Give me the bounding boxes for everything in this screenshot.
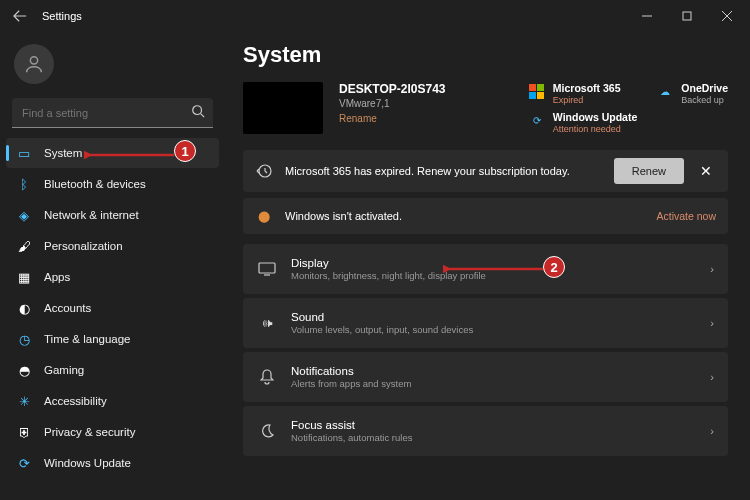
svg-rect-9 xyxy=(259,263,275,273)
chevron-right-icon: › xyxy=(710,263,714,275)
sound-icon: 🕪 xyxy=(257,317,277,329)
search-icon xyxy=(191,104,205,120)
search-input[interactable] xyxy=(12,98,213,128)
device-thumbnail xyxy=(243,82,323,134)
sidebar-item-update[interactable]: ⟳Windows Update xyxy=(6,448,219,478)
activation-banner: ⬤ Windows isn't activated. Activate now xyxy=(243,198,728,234)
annotation-marker-1: 1 xyxy=(174,140,196,162)
device-model: VMware7,1 xyxy=(339,98,446,109)
content-area: System DESKTOP-2I0S743 VMware7,1 Rename … xyxy=(225,32,750,500)
display-icon: ▭ xyxy=(16,145,32,161)
clock-icon: ◷ xyxy=(16,331,32,347)
history-icon xyxy=(255,162,273,180)
status-update[interactable]: ⟳Windows UpdateAttention needed xyxy=(529,111,638,134)
warning-icon: ⬤ xyxy=(255,207,273,225)
sidebar-item-system[interactable]: ▭ System 1 xyxy=(6,138,219,168)
sidebar-item-time[interactable]: ◷Time & language xyxy=(6,324,219,354)
sidebar-item-privacy[interactable]: ⛨Privacy & security xyxy=(6,417,219,447)
update-icon: ⟳ xyxy=(16,455,32,471)
game-icon: ◓ xyxy=(16,362,32,378)
ms365-banner: Microsoft 365 has expired. Renew your su… xyxy=(243,150,728,192)
sidebar-item-bluetooth[interactable]: ᛒBluetooth & devices xyxy=(6,169,219,199)
renew-button[interactable]: Renew xyxy=(614,158,684,184)
search-box[interactable] xyxy=(12,98,213,128)
chevron-right-icon: › xyxy=(710,371,714,383)
brush-icon: 🖌 xyxy=(16,238,32,254)
bluetooth-icon: ᛒ xyxy=(16,176,32,192)
apps-icon: ▦ xyxy=(16,269,32,285)
svg-line-6 xyxy=(201,114,205,118)
setting-notifications[interactable]: NotificationsAlerts from apps and system… xyxy=(243,352,728,402)
update-status-icon: ⟳ xyxy=(529,112,545,128)
chevron-right-icon: › xyxy=(710,425,714,437)
svg-rect-1 xyxy=(683,12,691,20)
page-title: System xyxy=(243,42,728,68)
sidebar-item-accounts[interactable]: ◐Accounts xyxy=(6,293,219,323)
person-icon: ◐ xyxy=(16,300,32,316)
monitor-icon xyxy=(257,262,277,276)
annotation-marker-2: 2 xyxy=(543,256,565,278)
avatar[interactable] xyxy=(14,44,54,84)
sidebar-item-accessibility[interactable]: ✳Accessibility xyxy=(6,386,219,416)
setting-display[interactable]: DisplayMonitors, brightness, night light… xyxy=(243,244,728,294)
close-button[interactable] xyxy=(710,2,744,30)
svg-point-5 xyxy=(193,106,202,115)
sidebar-item-personalization[interactable]: 🖌Personalization xyxy=(6,231,219,261)
setting-sound[interactable]: 🕪 SoundVolume levels, output, input, sou… xyxy=(243,298,728,348)
status-ms365[interactable]: Microsoft 365Expired xyxy=(529,82,638,105)
banner-close-button[interactable]: ✕ xyxy=(696,163,716,179)
moon-icon xyxy=(257,424,277,438)
rename-link[interactable]: Rename xyxy=(339,113,446,124)
status-onedrive[interactable]: ☁OneDriveBacked up xyxy=(657,82,728,105)
maximize-button[interactable] xyxy=(670,2,704,30)
activate-link[interactable]: Activate now xyxy=(656,210,716,222)
shield-icon: ⛨ xyxy=(16,424,32,440)
minimize-button[interactable] xyxy=(630,2,664,30)
back-button[interactable] xyxy=(6,2,34,30)
bell-icon xyxy=(257,369,277,385)
onedrive-icon: ☁ xyxy=(657,83,673,99)
ms365-icon xyxy=(529,83,545,99)
setting-focus[interactable]: Focus assistNotifications, automatic rul… xyxy=(243,406,728,456)
wifi-icon: ◈ xyxy=(16,207,32,223)
device-name: DESKTOP-2I0S743 xyxy=(339,82,446,96)
sidebar-item-gaming[interactable]: ◓Gaming xyxy=(6,355,219,385)
svg-point-4 xyxy=(30,57,37,64)
accessibility-icon: ✳ xyxy=(16,393,32,409)
sidebar-item-network[interactable]: ◈Network & internet xyxy=(6,200,219,230)
chevron-right-icon: › xyxy=(710,317,714,329)
sidebar: ▭ System 1 ᛒBluetooth & devices ◈Network… xyxy=(0,32,225,500)
window-title: Settings xyxy=(42,10,82,22)
sidebar-item-apps[interactable]: ▦Apps xyxy=(6,262,219,292)
